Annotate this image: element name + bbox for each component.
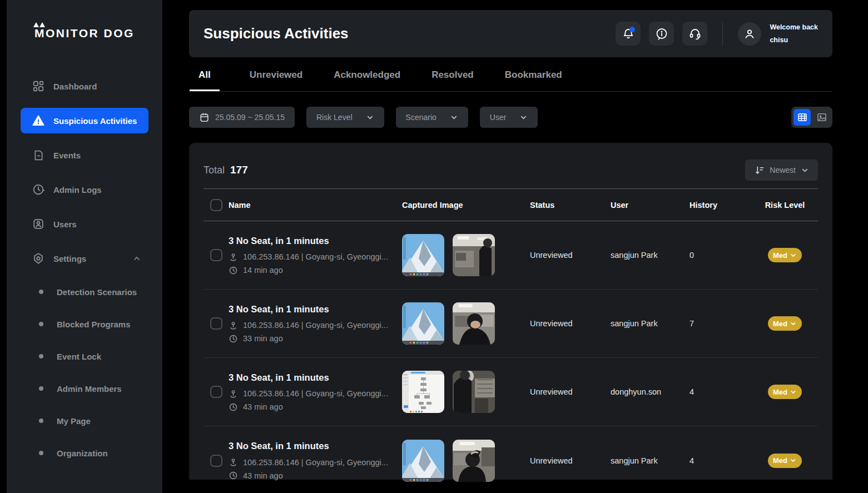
chevron-up-icon — [132, 254, 141, 263]
captured-image-webcam[interactable] — [453, 234, 495, 276]
risk-badge[interactable]: Med — [768, 248, 802, 262]
warning-triangle-icon — [32, 114, 45, 127]
activities-panel: Total 177 Newest Name Captured Image Sta… — [189, 143, 832, 480]
clock-icon — [229, 471, 238, 480]
bullet-dot-icon — [39, 386, 43, 391]
table-row: 3 No Seat, in 1 minutes 106.253.86.146 |… — [204, 358, 818, 426]
column-header-name: Name — [229, 201, 402, 210]
row-checkbox[interactable] — [210, 455, 222, 467]
sidebar-item-admin-logs[interactable]: Admin Logs — [7, 172, 162, 207]
sidebar-subitem-label: Event Lock — [57, 352, 101, 361]
row-checkbox[interactable] — [210, 317, 222, 330]
location-pin-icon — [229, 321, 238, 330]
sidebar-item-suspicious-activities[interactable]: Suspicious Activities — [21, 108, 148, 133]
sidebar-subitem-label: Blocked Programs — [57, 320, 131, 329]
image-view-button[interactable] — [813, 109, 830, 126]
bullet-dot-icon — [39, 354, 43, 358]
sidebar-item-detection-scenarios[interactable]: Detection Scenarios — [7, 276, 162, 308]
date-range-picker[interactable]: 25.05.09 ~ 25.05.15 — [189, 107, 295, 128]
chevron-down-icon — [366, 113, 374, 122]
sidebar-item-event-lock[interactable]: Event Lock — [7, 340, 162, 372]
captured-image-screen[interactable] — [402, 440, 444, 482]
chevron-down-icon — [519, 113, 528, 122]
captured-image-webcam[interactable] — [453, 371, 495, 413]
sidebar-item-settings[interactable]: Settings — [7, 241, 162, 276]
status-value: Unreviewed — [530, 251, 611, 260]
history-value: 4 — [690, 456, 752, 465]
activity-name: 3 No Seat, in 1 minutes — [229, 304, 402, 315]
sort-dropdown[interactable]: Newest — [745, 160, 818, 181]
sidebar-item-users[interactable]: Users — [7, 207, 162, 241]
sidebar-item-label: Admin Logs — [53, 185, 102, 195]
chevron-down-icon — [790, 320, 797, 327]
table-row: 3 No Seat, in 1 minutes 106.253.86.146 |… — [204, 426, 818, 493]
chevron-down-icon — [790, 457, 797, 464]
page-title: Suspicious Activities — [204, 25, 349, 42]
sidebar-item-label: Suspicious Activities — [53, 116, 137, 126]
sidebar-item-organization[interactable]: Organization — [7, 437, 162, 469]
select-all-checkbox[interactable] — [210, 199, 222, 211]
sidebar-subitem-label: My Page — [57, 416, 91, 426]
row-checkbox[interactable] — [210, 386, 222, 398]
chevron-down-icon — [450, 113, 458, 122]
risk-badge[interactable]: Med — [768, 316, 802, 331]
bullet-dot-icon — [39, 322, 43, 326]
sidebar-item-blocked-programs[interactable]: Blocked Programs — [7, 308, 162, 340]
risk-badge[interactable]: Med — [768, 454, 802, 468]
location-pin-icon — [229, 389, 238, 399]
notifications-button[interactable] — [616, 22, 641, 46]
sidebar-item-dashboard[interactable]: Dashboard — [7, 69, 162, 103]
bullet-dot-icon — [39, 451, 43, 455]
sort-icon — [754, 165, 765, 176]
total-count: Total 177 — [204, 164, 248, 176]
sidebar-item-label: Dashboard — [53, 82, 97, 91]
dashboard-grid-icon — [32, 79, 45, 93]
app-logo: MONITOR DOG — [34, 27, 162, 40]
captured-image-webcam[interactable] — [453, 302, 495, 345]
avatar[interactable] — [738, 22, 761, 46]
tab-resolved[interactable]: Resolved — [430, 67, 475, 91]
sidebar: MONITOR DOG Dashboard Suspicious Activit… — [7, 0, 162, 493]
captured-image-webcam[interactable] — [453, 440, 495, 482]
sidebar-item-my-page[interactable]: My Page — [7, 405, 162, 437]
scenario-filter[interactable]: Scenario — [396, 107, 468, 128]
captured-image-screen[interactable] — [402, 371, 444, 413]
sidebar-subitem-label: Organization — [57, 449, 108, 458]
image-view-icon — [816, 112, 827, 123]
user-value: sangjun Park — [611, 456, 690, 465]
top-bar: Suspicious Activities Welcome back — [189, 10, 832, 57]
risk-level-filter-label: Risk Level — [316, 113, 353, 122]
panel-head: Total 177 Newest — [189, 154, 832, 186]
tab-unreviewed[interactable]: Unreviewed — [249, 67, 304, 91]
table-view-button[interactable] — [793, 109, 811, 126]
user-icon — [743, 27, 756, 41]
sidebar-item-admin-members[interactable]: Admin Members — [7, 372, 162, 405]
activity-location: 106.253.86.146 | Goyang-si, Gyeonggi... — [229, 389, 402, 399]
dog-ears-icon — [33, 22, 44, 28]
info-button[interactable] — [649, 22, 674, 46]
tab-acknowledged[interactable]: Acknowledged — [333, 67, 401, 91]
app-logo-text: MONITOR DOG — [34, 27, 135, 39]
bullet-dot-icon — [39, 290, 43, 294]
activity-name: 3 No Seat, in 1 minutes — [229, 441, 402, 451]
headset-icon — [688, 27, 702, 41]
sidebar-item-events[interactable]: Events — [7, 138, 162, 172]
activity-location: 106.253.86.146 | Goyang-si, Gyeonggi... — [229, 457, 402, 467]
captured-image-screen[interactable] — [402, 302, 444, 345]
user-value: sangjun Park — [611, 251, 690, 260]
tab-all[interactable]: All — [190, 67, 220, 91]
chevron-down-icon — [801, 166, 809, 175]
sidebar-item-label: Events — [53, 151, 81, 160]
row-checkbox[interactable] — [210, 249, 222, 261]
user-filter[interactable]: User — [480, 107, 538, 128]
status-value: Unreviewed — [530, 456, 611, 465]
risk-badge[interactable]: Med — [768, 385, 802, 399]
support-button[interactable] — [682, 22, 707, 46]
captured-image-screen[interactable] — [402, 234, 444, 276]
risk-level-filter[interactable]: Risk Level — [306, 107, 384, 128]
tab-bookmarked[interactable]: Bookmarked — [504, 67, 563, 91]
column-header-risk-level: Risk Level — [752, 201, 818, 210]
table-row: 3 No Seat, in 1 minutes 106.253.86.146 |… — [204, 290, 818, 358]
table-row: 3 No Seat, in 1 minutes 106.253.86.146 |… — [204, 221, 818, 290]
activities-table: Name Captured Image Status User History … — [204, 188, 818, 493]
